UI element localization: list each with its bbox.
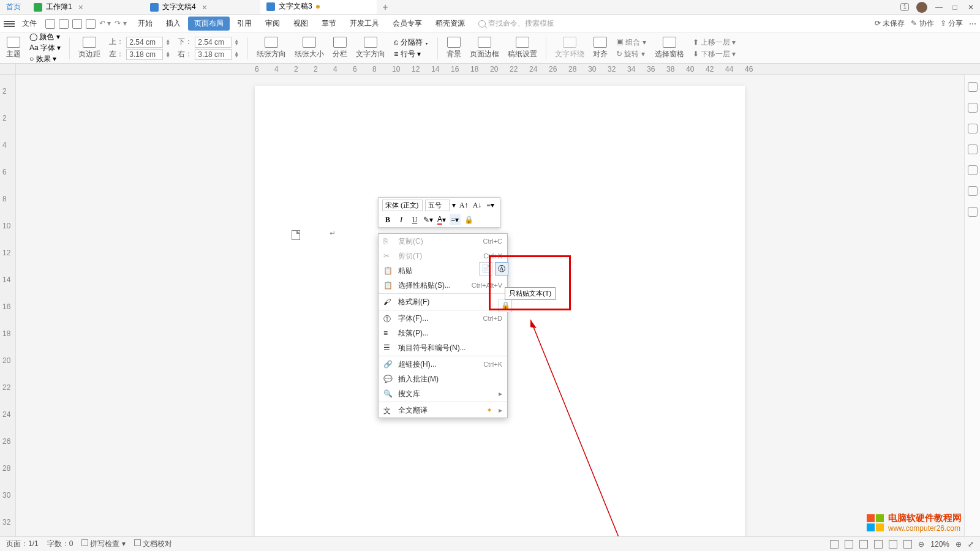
cm-font[interactable]: Ⓣ字体(F)...Ctrl+D [379,311,507,326]
side-select-icon[interactable] [968,82,978,92]
underline-button[interactable]: U [409,214,420,225]
effect-button[interactable]: ○ 效果 ▾ [29,54,61,64]
cm-paste-special[interactable]: 📋选择性粘贴(S)...Ctrl+Alt+V [379,278,507,293]
hamburger-icon[interactable] [4,21,15,27]
side-chain-icon[interactable] [968,186,978,196]
mini-size-caret-icon[interactable]: ▾ [452,201,456,209]
line-spacing-icon[interactable]: ≡▾ [485,200,496,211]
theme-button[interactable]: 主题 [6,37,21,59]
menu-tab-review[interactable]: 审阅 [259,17,286,31]
cm-bullets[interactable]: ☰项目符号和编号(N)... [379,340,507,355]
group-button[interactable]: ▣ 组合 ▾ [616,37,646,48]
user-avatar[interactable] [916,2,927,13]
cm-cut[interactable]: ✂剪切(T)Ctrl+X [379,249,507,263]
menu-tab-sections[interactable]: 章节 [315,17,342,31]
view-web-icon[interactable] [889,540,897,549]
share-button[interactable]: ⇪ 分享 [940,18,963,29]
font-color-button[interactable]: A▾ [436,214,447,225]
tab-add-button[interactable]: + [377,0,394,14]
background-button[interactable]: 背景 [447,37,461,59]
tab-doc3[interactable]: 文字文稿3 [260,0,377,14]
decrease-font-icon[interactable]: A↓ [472,200,483,211]
cm-hyperlink[interactable]: 🔗超链接(H)...Ctrl+K [379,357,507,372]
side-pen-icon[interactable] [968,103,978,113]
selection-pane-button[interactable]: 选择窗格 [655,37,684,59]
undo-icon[interactable]: ↶ ▾ [99,19,111,29]
window-count-badge[interactable]: 1 [900,3,909,11]
send-backward-button[interactable]: ⬇ 下移一层 ▾ [693,49,736,59]
status-proofread[interactable]: 文档校对 [134,539,172,549]
save-icon[interactable] [45,19,55,29]
lock-icon[interactable]: 🔒 [463,214,474,225]
text-direction-button[interactable]: 文字方向 [356,37,385,59]
cm-translate[interactable]: 文全文翻译✦▸ [379,403,507,418]
cm-library[interactable]: 🔍搜文库▸ [379,386,507,401]
spinner-icon[interactable]: ▲▼ [234,51,239,58]
view-outline-icon[interactable] [859,540,868,549]
breaks-button[interactable]: ⎌ 分隔符 ▾ [394,37,429,48]
margin-left-field[interactable]: 3.18 cm [126,49,163,60]
font-button[interactable]: Aa 字体 ▾ [29,43,61,53]
close-button[interactable]: ✕ [967,3,975,12]
menu-tab-devtools[interactable]: 开发工具 [344,17,385,31]
view-read-icon[interactable] [874,540,883,549]
more-icon[interactable]: ⋯ [969,20,976,28]
paper-size-button[interactable]: 纸张大小 [295,37,324,59]
menu-tab-vip[interactable]: 会员专享 [386,17,428,31]
paste-match-format[interactable]: 🔒 [499,299,512,312]
document-canvas[interactable]: ↵ 宋体 (正文) 五号 ▾ A↑ A↓ ≡▾ B I U ✎▾ A▾ ≡▾ 🔒 [16,75,964,536]
unsaved-indicator[interactable]: ⟳ 未保存 [875,18,905,29]
spinner-icon[interactable]: ▲▼ [165,39,170,45]
print-preview-icon[interactable] [86,19,96,29]
page-border-button[interactable]: 页面边框 [470,37,499,59]
vertical-ruler[interactable]: 22468101214161820222426283032 [0,75,16,536]
side-shape-icon[interactable] [968,144,978,154]
view-page-icon[interactable] [845,540,853,549]
writing-paper-button[interactable]: 稿纸设置 [508,37,537,59]
margins-button[interactable]: 页边距 [78,37,100,59]
tab-home[interactable]: 首页 [0,0,28,14]
horizontal-ruler[interactable]: 6422468101214161820222426283032343638404… [16,64,980,74]
tab-close-icon[interactable]: × [200,2,209,12]
side-location-icon[interactable] [968,207,978,217]
color-button[interactable]: ◯ 颜色 ▾ [29,32,61,42]
view-eye-icon[interactable] [830,540,839,549]
zoom-out-button[interactable]: ⊖ [918,540,924,549]
bring-forward-button[interactable]: ⬆ 上移一层 ▾ [693,37,736,48]
orientation-button[interactable]: 纸张方向 [257,37,286,59]
mini-font-select[interactable]: 宋体 (正文) [382,200,423,211]
paste-keep-format[interactable]: 📄 [479,262,492,276]
align-button[interactable]: 对齐 [593,37,608,59]
mini-size-select[interactable]: 五号 [425,200,450,211]
increase-font-icon[interactable]: A↑ [458,200,469,211]
tab-close-icon[interactable]: × [76,2,86,12]
side-arrow-icon[interactable] [968,124,978,133]
tab-doc4[interactable]: 文字文稿4 × [144,0,260,14]
zoom-in-button[interactable]: ⊕ [956,540,962,549]
command-search[interactable]: 查找命令、搜索模板 [478,18,554,29]
redo-icon[interactable]: ↷ ▾ [115,19,126,29]
print-icon[interactable] [72,19,82,29]
cm-copy[interactable]: ⎘复制(C)Ctrl+C [379,234,507,249]
text-wrap-button[interactable]: 文字环绕 [555,37,584,59]
zoom-value[interactable]: 120% [930,540,949,549]
spinner-icon[interactable]: ▲▼ [234,39,239,45]
highlight-button[interactable]: ✎▾ [423,214,434,225]
align-button[interactable]: ≡▾ [450,214,461,225]
view-focus-icon[interactable] [903,540,912,549]
cm-comment[interactable]: 💬插入批注(M) [379,372,507,386]
menu-tab-references[interactable]: 引用 [231,17,258,31]
columns-button[interactable]: 分栏 [333,37,347,59]
side-settings-icon[interactable] [968,165,978,175]
menu-tab-start[interactable]: 开始 [132,17,159,31]
fit-button[interactable]: ⤢ [968,540,974,549]
status-spellcheck[interactable]: 拼写检查 ▾ [81,539,125,549]
line-numbers-button[interactable]: ≡ 行号 ▾ [394,49,429,59]
margin-bottom-field[interactable]: 2.54 cm [195,37,232,48]
italic-button[interactable]: I [396,214,407,225]
bold-button[interactable]: B [382,214,393,225]
export-icon[interactable] [59,19,69,29]
menu-tab-pagelayout[interactable]: 页面布局 [188,17,230,31]
menu-file[interactable]: 文件 [18,18,40,29]
coop-button[interactable]: ✎ 协作 [911,18,933,29]
